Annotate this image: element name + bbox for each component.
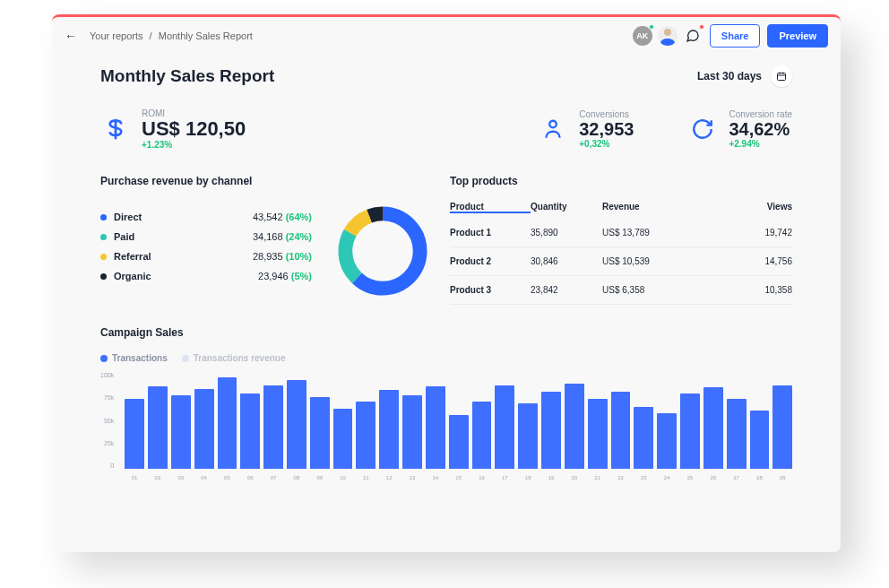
collaborators: AK — [633, 26, 703, 46]
bar — [727, 399, 747, 469]
share-button[interactable]: Share — [710, 24, 761, 48]
bar — [194, 389, 214, 470]
bar — [634, 407, 653, 469]
bar — [472, 402, 492, 470]
bar — [333, 409, 353, 469]
bar — [125, 399, 144, 469]
kpi-conversions: Conversions 32,953 +0,32% — [538, 109, 634, 149]
bar — [611, 392, 631, 469]
refresh-icon — [687, 114, 718, 144]
preview-button[interactable]: Preview — [767, 24, 828, 48]
channel-row: Organic23,946 (5%) — [100, 271, 312, 281]
kpi-label: Conversion rate — [729, 109, 792, 119]
campaign-chart: 100k75k50k25k0 0102030405060708091011121… — [100, 372, 792, 480]
page-title: Monthly Sales Report — [100, 66, 274, 86]
svg-point-1 — [549, 121, 557, 128]
bar — [218, 377, 237, 470]
table-header: Revenue — [602, 202, 692, 213]
legend-label: Transactions — [112, 353, 168, 363]
kpi-delta: +2.94% — [729, 139, 792, 149]
bar — [703, 387, 723, 469]
topbar: ← Your reports / Monthly Sales Report AK… — [52, 17, 841, 55]
table-row[interactable]: Product 230,846US$ 10,53914,756 — [450, 247, 792, 276]
chart-legend: Transactions Transactions revenue — [100, 353, 792, 363]
bar — [426, 386, 445, 469]
bar — [148, 386, 168, 469]
bar — [287, 380, 306, 469]
table-row[interactable]: Product 135,890US$ 13,78919,742 — [450, 219, 792, 247]
table-row[interactable]: Product 323,842US$ 6,35810,358 — [450, 276, 792, 305]
bar — [680, 393, 700, 469]
report-card: ← Your reports / Monthly Sales Report AK… — [52, 14, 841, 552]
bar — [402, 395, 422, 469]
kpi-romi: ROMI US$ 120,50 +1.23% — [100, 108, 246, 150]
channel-list: Direct43,542 (64%)Paid34,168 (24%)Referr… — [100, 212, 312, 290]
bar — [379, 390, 399, 470]
bar — [449, 415, 469, 469]
section-title: Purchase revenue by channel — [100, 175, 432, 187]
bar — [495, 385, 514, 469]
legend-label: Transactions revenue — [194, 353, 286, 363]
bar — [263, 385, 283, 469]
channel-row: Referral28,935 (10%) — [100, 251, 312, 262]
bar — [588, 399, 608, 469]
avatar[interactable] — [658, 26, 678, 46]
bar — [657, 413, 677, 470]
calendar-icon — [771, 65, 792, 87]
bar — [772, 385, 792, 469]
kpi-value: 34,62% — [729, 119, 792, 139]
bar — [565, 384, 584, 469]
bar — [518, 403, 538, 469]
bar — [541, 392, 561, 469]
section-title: Campaign Sales — [100, 326, 792, 339]
bar — [310, 397, 330, 469]
kpi-label: Conversions — [579, 109, 634, 119]
top-products-table: Product Quantity Revenue Views Product 1… — [450, 202, 792, 305]
comments-icon[interactable] — [683, 26, 703, 46]
kpi-value: US$ 120,50 — [142, 118, 246, 140]
kpi-conversion-rate: Conversion rate 34,62% +2.94% — [687, 109, 792, 149]
channel-row: Paid34,168 (24%) — [100, 231, 312, 242]
person-icon — [538, 114, 568, 144]
table-header: Views — [692, 202, 792, 213]
breadcrumb-current: Monthly Sales Report — [159, 30, 253, 41]
bar — [240, 393, 260, 469]
breadcrumb: Your reports / Monthly Sales Report — [90, 30, 253, 41]
bar — [171, 395, 191, 469]
kpi-value: 32,953 — [579, 119, 634, 139]
dollar-icon — [100, 114, 131, 144]
back-arrow-icon[interactable]: ← — [65, 29, 77, 43]
channel-row: Direct43,542 (64%) — [100, 212, 312, 222]
kpi-delta: +1.23% — [142, 140, 246, 150]
bar — [356, 402, 375, 470]
bar — [750, 411, 770, 469]
kpi-row: ROMI US$ 120,50 +1.23% Conversions 32,95… — [100, 108, 792, 150]
section-title: Top products — [450, 175, 792, 187]
breadcrumb-root[interactable]: Your reports — [90, 30, 143, 41]
table-header[interactable]: Product — [450, 202, 531, 213]
date-range-label: Last 30 days — [697, 70, 762, 82]
table-header: Quantity — [531, 202, 602, 213]
donut-chart — [333, 202, 432, 300]
svg-rect-0 — [778, 74, 786, 81]
kpi-delta: +0,32% — [579, 139, 634, 149]
date-range-selector[interactable]: Last 30 days — [697, 65, 792, 87]
avatar[interactable]: AK — [633, 26, 652, 46]
